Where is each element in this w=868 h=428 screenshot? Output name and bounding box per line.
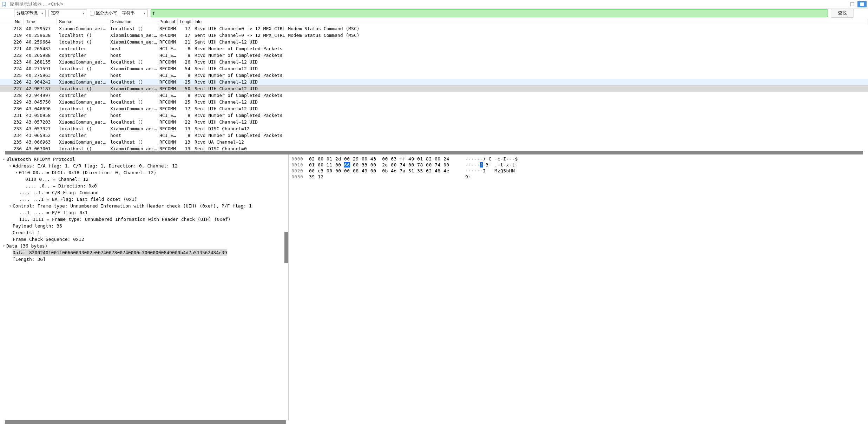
tree-label: Credits: 1 xyxy=(13,229,40,236)
tree-hscroll[interactable] xyxy=(5,420,286,424)
tree-toggle-icon[interactable]: ▾ xyxy=(8,203,13,209)
hex-row[interactable]: 002000 c3 00 00 00 08 49 00 0b 4d 7a 51 … xyxy=(291,168,865,174)
packet-row[interactable]: 22240.265988controllerhostHCI_E…8Rcvd Nu… xyxy=(0,52,868,59)
packet-row[interactable]: 23143.050958controllerhostHCI_E…8Rcvd Nu… xyxy=(0,112,868,119)
packet-row[interactable]: 22340.268155XiaomiCommun_ae:…localhost (… xyxy=(0,59,868,65)
tree-label: Frame Check Sequence: 0x12 xyxy=(13,236,84,243)
width-dropdown[interactable]: 宽窄 ▾ xyxy=(48,9,87,17)
hex-bytes: 00 c3 00 00 00 08 49 00 0b 4d 7a 51 35 6… xyxy=(309,168,456,174)
packet-row[interactable]: 22642.904242XiaomiCommun_ae:…localhost (… xyxy=(0,79,868,85)
tree-node[interactable]: Data: 82002401001100660033002e0074007800… xyxy=(0,249,288,256)
tree-node[interactable]: 0110 0... = Channel: 12 xyxy=(0,176,288,183)
dropdown-label: 分组字节流 xyxy=(17,10,38,16)
chevron-down-icon: ▾ xyxy=(41,12,43,15)
tree-node[interactable]: Frame Check Sequence: 0x12 xyxy=(0,236,288,243)
bookmark-icon[interactable] xyxy=(1,1,7,7)
packet-bytes-pane[interactable]: 000002 00 01 2d 00 29 00 43 00 63 ff 49 … xyxy=(289,154,868,420)
search-in-dropdown[interactable]: 分组字节流 ▾ xyxy=(14,9,46,17)
tree-node[interactable]: ...1 .... = P/F flag: 0x1 xyxy=(0,209,288,216)
find-toolbar: 分组字节流 ▾ 宽窄 ▾ 区分大小写 字符串 ▾ 查找 xyxy=(0,8,868,18)
tree-toggle-icon[interactable]: ▾ xyxy=(14,169,19,176)
tree-toggle-icon[interactable]: ▾ xyxy=(1,243,6,249)
tree-node[interactable]: Payload length: 36 xyxy=(0,223,288,229)
find-input[interactable] xyxy=(151,9,828,17)
tree-node[interactable]: ▾Address: E/A flag: 1, C/R flag: 1, Dire… xyxy=(0,163,288,169)
tree-label: Data (36 bytes) xyxy=(6,243,47,249)
dropdown-label: 宽窄 xyxy=(51,10,59,16)
packet-row[interactable]: 23443.065952controllerhostHCI_E…8Rcvd Nu… xyxy=(0,132,868,139)
checkbox-label: 区分大小写 xyxy=(96,10,117,16)
tree-node[interactable]: .... .0.. = Direction: 0x0 xyxy=(0,183,288,189)
tree-node[interactable]: ▾Data (36 bytes) xyxy=(0,243,288,249)
packet-row[interactable]: 22540.275963controllerhostHCI_E…8Rcvd Nu… xyxy=(0,72,868,79)
packet-row[interactable]: 22140.265483controllerhostHCI_E…8Rcvd Nu… xyxy=(0,45,868,52)
hex-offset: 0010 xyxy=(291,162,309,168)
hex-bytes: 39 12 xyxy=(309,174,456,180)
hex-row[interactable]: 001001 00 11 00 66 00 33 00 2e 00 74 00 … xyxy=(291,162,865,168)
packet-row[interactable]: 23543.066963XiaomiCommun_ae:…localhost (… xyxy=(0,139,868,145)
tree-label: 0110 00.. = DLCI: 0x18 (Direction: 0, Ch… xyxy=(19,169,156,176)
tree-node[interactable]: [Length: 36] xyxy=(0,256,288,263)
chevron-down-icon: ▾ xyxy=(144,12,145,15)
tree-node[interactable]: ▾Bluetooth RFCOMM Protocol xyxy=(0,156,288,163)
tree-toggle-icon[interactable]: ▾ xyxy=(8,163,13,169)
packet-row[interactable]: 22842.944997controllerhostHCI_E…8Rcvd Nu… xyxy=(0,92,868,99)
packet-row[interactable]: 21940.259638localhost ()XiaomiCommun_ae:… xyxy=(0,32,868,39)
col-header-info[interactable]: Info xyxy=(192,19,868,25)
hex-offset: 0000 xyxy=(291,156,309,162)
hex-ascii: ····-·)·C ·c·I···$ xyxy=(456,156,518,162)
tree-label: .... .0.. = Direction: 0x0 xyxy=(25,183,97,189)
packet-row[interactable]: 22742.907187localhost ()XiaomiCommun_ae:… xyxy=(0,85,868,92)
packet-row[interactable]: 23643.067001localhost ()XiaomiCommun_ae:… xyxy=(0,145,868,151)
packet-list-pane: No. Time Source Destination Protocol Len… xyxy=(0,18,868,151)
tree-vscroll-thumb[interactable] xyxy=(284,232,288,263)
toolbar-button-b[interactable] xyxy=(857,1,867,7)
tree-node[interactable]: 111. 1111 = Frame type: Unnumbered Infor… xyxy=(0,216,288,223)
tree-node[interactable]: .... ...1 = EA Flag: Last field octet (0… xyxy=(0,196,288,203)
tree-label: 0110 0... = Channel: 12 xyxy=(25,176,88,183)
col-header-no[interactable]: No. xyxy=(0,19,24,25)
packet-row[interactable]: 22440.271591localhost ()XiaomiCommun_ae:… xyxy=(0,65,868,72)
packet-row[interactable]: 22040.259664localhost ()XiaomiCommun_ae:… xyxy=(0,39,868,45)
packet-row[interactable]: 23243.057203XiaomiCommun_ae:…localhost (… xyxy=(0,119,868,125)
packet-row[interactable]: 21840.259577XiaomiCommun_ae:…localhost (… xyxy=(0,25,868,32)
col-header-protocol[interactable]: Protocol xyxy=(157,19,178,25)
packet-hscroll[interactable] xyxy=(5,151,863,154)
tree-node[interactable]: ▾0110 00.. = DLCI: 0x18 (Direction: 0, C… xyxy=(0,169,288,176)
col-header-source[interactable]: Source xyxy=(57,19,108,25)
tree-label: ...1 .... = P/F flag: 0x1 xyxy=(19,209,88,216)
hex-row[interactable]: 000002 00 01 2d 00 29 00 43 00 63 ff 49 … xyxy=(291,156,865,162)
hex-ascii: 9· xyxy=(456,174,471,180)
chevron-down-icon: ▾ xyxy=(83,12,85,15)
tree-node[interactable]: .... ..1. = C/R Flag: Command xyxy=(0,189,288,196)
packet-row[interactable]: 23343.057327localhost ()XiaomiCommun_ae:… xyxy=(0,125,868,132)
hex-ascii: ······I· ·MzQ5bHN xyxy=(456,168,515,174)
search-type-dropdown[interactable]: 字符串 ▾ xyxy=(120,9,148,17)
col-header-length[interactable]: Length xyxy=(178,19,192,25)
find-button[interactable]: 查找 xyxy=(831,9,854,18)
svg-rect-1 xyxy=(860,2,864,6)
case-sensitive-checkbox[interactable]: 区分大小写 xyxy=(90,10,117,16)
tree-label: Payload length: 36 xyxy=(13,223,62,229)
packet-details-tree[interactable]: ▾Bluetooth RFCOMM Protocol▾Address: E/A … xyxy=(0,154,289,420)
tree-label: Data: 82002401001100660033002e0074007800… xyxy=(13,249,227,256)
packet-row[interactable]: 23043.046696localhost ()XiaomiCommun_ae:… xyxy=(0,105,868,112)
toolbar-button-a[interactable] xyxy=(848,1,857,7)
tree-toggle-icon[interactable]: ▾ xyxy=(1,156,6,163)
hex-bytes: 01 00 11 00 66 00 33 00 2e 00 74 00 78 0… xyxy=(309,162,456,168)
tree-node[interactable]: Credits: 1 xyxy=(0,229,288,236)
display-filter-input[interactable] xyxy=(8,1,848,7)
tree-label: 111. 1111 = Frame type: Unnumbered Infor… xyxy=(19,216,231,223)
tree-label: [Length: 36] xyxy=(13,256,46,263)
hex-row[interactable]: 003039 12 9· xyxy=(291,174,865,180)
col-header-time[interactable]: Time xyxy=(24,19,57,25)
display-filter-bar xyxy=(0,0,868,8)
tree-node[interactable]: ▾Control: Frame type: Unnumbered Informa… xyxy=(0,203,288,209)
hex-bytes: 02 00 01 2d 00 29 00 43 00 63 ff 49 01 8… xyxy=(309,156,456,162)
svg-rect-0 xyxy=(850,2,854,6)
packet-row[interactable]: 22943.045750XiaomiCommun_ae:…localhost (… xyxy=(0,99,868,105)
packet-rows[interactable]: 21840.259577XiaomiCommun_ae:…localhost (… xyxy=(0,25,868,151)
case-sensitive-input[interactable] xyxy=(90,11,94,15)
col-header-destination[interactable]: Destination xyxy=(108,19,157,25)
tree-label: Bluetooth RFCOMM Protocol xyxy=(6,156,75,163)
